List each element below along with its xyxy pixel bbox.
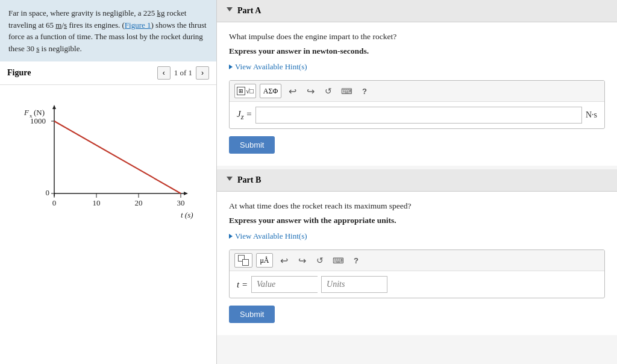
part-b-collapse-button[interactable] — [227, 177, 233, 184]
problem-text: Far in space, where gravity is negligibl… — [0, 0, 216, 61]
part-b-input-row: t = — [230, 271, 604, 298]
double-square-icon — [238, 255, 249, 266]
part-b-units-btn[interactable]: μÅ — [256, 253, 273, 268]
part-a-submit-button[interactable]: Submit — [229, 136, 275, 154]
part-b-value-input[interactable] — [251, 276, 318, 293]
part-b-section: Part B At what time does the rocket reac… — [217, 169, 617, 335]
part-a-collapse-button[interactable] — [227, 7, 233, 14]
y-axis-arrow — [52, 105, 56, 109]
part-a-help-btn[interactable]: ? — [357, 84, 372, 98]
part-b-square-btn[interactable] — [234, 253, 252, 268]
right-panel: Part A What impulse does the engine impa… — [217, 0, 617, 364]
part-a-section: Part A What impulse does the engine impa… — [217, 0, 617, 166]
part-b-refresh-btn[interactable]: ↺ — [313, 253, 327, 268]
part-b-question: At what time does the rocket reach its m… — [229, 201, 605, 211]
part-b-hint-link[interactable]: View Available Hint(s) — [229, 231, 605, 241]
hint-a-triangle-icon — [229, 64, 233, 69]
hint-b-triangle-icon — [229, 234, 233, 239]
x-label-20: 20 — [134, 198, 142, 207]
part-b-eq-label: t = — [237, 280, 248, 290]
x-axis-arrow — [184, 192, 188, 195]
part-a-hint-link[interactable]: View Available Hint(s) — [229, 62, 605, 72]
part-a-input[interactable] — [255, 107, 582, 124]
part-b-keyboard-btn[interactable]: ⌨ — [331, 253, 345, 268]
graph-y-unit: (N) — [34, 108, 45, 117]
x-label-0: 0 — [52, 198, 56, 207]
graph-svg: F x (N) 1000 0 0 — [18, 97, 199, 230]
part-a-question: What impulse does the engine impart to t… — [229, 32, 605, 42]
part-b-body: At what time does the rocket reach its m… — [217, 192, 617, 335]
part-a-greek-btn[interactable]: ΑΣΦ — [260, 84, 281, 98]
figure-nav-text: 1 of 1 — [174, 68, 192, 78]
part-b-submit-button[interactable]: Submit — [229, 306, 275, 323]
part-a-input-row: Jz = N·s — [230, 102, 604, 128]
part-a-body: What impulse does the engine impart to t… — [217, 22, 617, 166]
part-b-toolbar: μÅ ↩ ↪ ↺ ⌨ ? — [230, 250, 604, 271]
graph-container: F x (N) 1000 0 0 — [0, 85, 216, 236]
part-a-undo-btn[interactable]: ↩ — [285, 84, 299, 98]
prev-figure-button[interactable]: ‹ — [157, 66, 171, 80]
graph-y-label: F — [23, 108, 30, 117]
part-b-label: Part B — [237, 175, 261, 185]
y-label-1000: 1000 — [30, 116, 46, 125]
part-b-redo-btn[interactable]: ↪ — [295, 253, 309, 268]
hint-b-label: View Available Hint(s) — [235, 231, 307, 241]
x-label-30: 30 — [177, 198, 184, 207]
part-b-undo-btn[interactable]: ↩ — [277, 253, 291, 268]
part-a-units: N·s — [586, 110, 597, 120]
left-panel: Far in space, where gravity is negligibl… — [0, 0, 217, 364]
y-label-0: 0 — [45, 188, 49, 197]
part-a-answer-box: ⊞√□ ΑΣΦ ↩ ↪ ↺ ⌨ ? Jz = — [229, 80, 605, 129]
part-a-refresh-btn[interactable]: ↺ — [321, 84, 336, 98]
part-a-express: Express your answer in newton-seconds. — [229, 46, 605, 56]
figure-nav: ‹ 1 of 1 › — [157, 66, 209, 80]
figure-title: Figure — [7, 68, 31, 78]
part-b-help-btn[interactable]: ? — [349, 253, 363, 268]
part-a-header: Part A — [217, 0, 617, 22]
next-figure-button[interactable]: › — [196, 66, 209, 80]
hint-a-label: View Available Hint(s) — [235, 62, 307, 72]
part-a-toolbar: ⊞√□ ΑΣΦ ↩ ↪ ↺ ⌨ ? — [230, 81, 604, 102]
part-b-express: Express your answer with the appropriate… — [229, 216, 605, 225]
graph-line — [54, 121, 181, 193]
part-b-answer-box: μÅ ↩ ↪ ↺ ⌨ ? t = — [229, 249, 605, 298]
part-b-header: Part B — [217, 169, 617, 192]
x-axis-label: t (s) — [181, 210, 193, 219]
part-a-keyboard-btn[interactable]: ⌨ — [339, 84, 354, 98]
part-a-label: Part A — [237, 6, 261, 16]
part-a-eq-label: Jz = — [237, 109, 252, 122]
figure-header: Figure ‹ 1 of 1 › — [0, 61, 216, 85]
figure-section: Figure ‹ 1 of 1 › F x (N) — [0, 61, 216, 364]
figure-link[interactable]: Figure 1 — [125, 20, 151, 30]
part-a-redo-btn[interactable]: ↪ — [303, 84, 318, 98]
part-b-units-input[interactable] — [321, 276, 387, 293]
x-label-10: 10 — [92, 198, 100, 207]
part-a-matrix-btn[interactable]: ⊞√□ — [234, 84, 256, 98]
